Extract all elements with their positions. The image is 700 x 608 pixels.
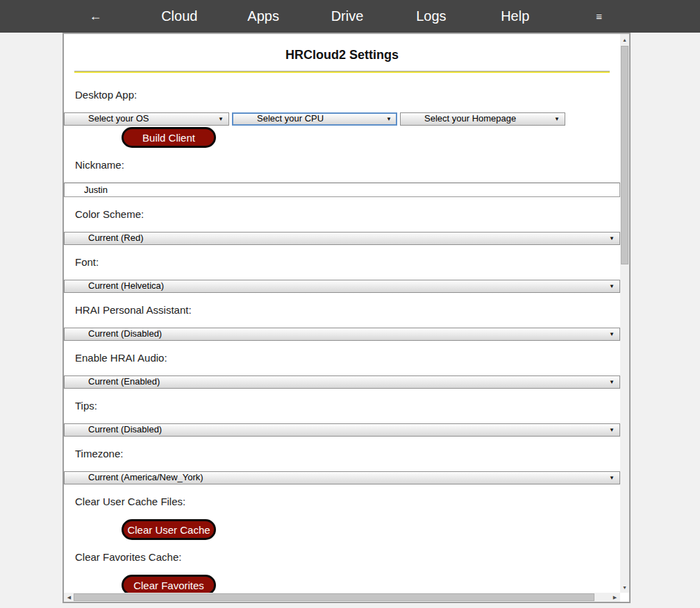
dropdown-arrow-icon: ▼ <box>218 115 224 124</box>
cpu-select[interactable]: Select your CPU ▼ <box>232 112 397 126</box>
os-select-value: Select your OS <box>88 113 149 124</box>
dropdown-arrow-icon: ▼ <box>609 378 615 387</box>
settings-content: HRCloud2 Settings Desktop App: Select yo… <box>64 34 620 593</box>
scrollbar-corner <box>620 593 629 602</box>
nav-item-drive[interactable]: Drive <box>331 8 364 24</box>
cpu-select-value: Select your CPU <box>257 113 324 124</box>
scroll-down-icon[interactable]: ▼ <box>620 582 629 592</box>
settings-panel: HRCloud2 Settings Desktop App: Select yo… <box>62 33 631 603</box>
tips-label: Tips: <box>75 400 620 412</box>
vertical-scrollbar-thumb[interactable] <box>621 46 628 264</box>
nickname-input[interactable] <box>64 183 620 197</box>
desktop-app-select-row: Select your OS ▼ Select your CPU ▼ Selec… <box>64 112 620 126</box>
hrai-audio-label: Enable HRAI Audio: <box>75 353 620 364</box>
scroll-left-icon[interactable]: ◀ <box>65 593 74 602</box>
nav-items: ← Cloud Apps Drive Logs Help ≡ <box>53 0 641 33</box>
hrai-label: HRAI Personal Assistant: <box>75 305 620 316</box>
homepage-select-value: Select your Homepage <box>424 113 516 124</box>
tips-select[interactable]: Current (Disabled) ▼ <box>64 423 620 437</box>
clear-favorites-button[interactable]: Clear Favorites <box>122 575 216 593</box>
timezone-label: Timezone: <box>75 448 620 459</box>
nav-item-help[interactable]: Help <box>501 8 529 24</box>
timezone-select[interactable]: Current (America/New_York) ▼ <box>64 471 620 484</box>
dropdown-arrow-icon: ▼ <box>554 115 560 124</box>
nav-item-logs[interactable]: Logs <box>416 8 446 24</box>
color-scheme-select[interactable]: Current (Red) ▼ <box>64 232 620 245</box>
clear-user-cache-label: Clear User Cache Files: <box>75 496 620 507</box>
dropdown-arrow-icon: ▼ <box>609 282 615 291</box>
page-title: HRCloud2 Settings <box>64 48 620 62</box>
hamburger-menu-icon[interactable]: ≡ <box>596 10 602 22</box>
dropdown-arrow-icon: ▼ <box>609 474 615 482</box>
hrai-select-value: Current (Disabled) <box>88 328 162 339</box>
tips-select-value: Current (Disabled) <box>88 424 162 434</box>
horizontal-scrollbar[interactable]: ◀ ▶ <box>64 593 620 602</box>
dropdown-arrow-icon: ▼ <box>386 115 392 124</box>
back-arrow-button[interactable]: ← <box>89 9 101 24</box>
color-scheme-label: Color Scheme: <box>75 209 620 220</box>
clear-user-cache-button[interactable]: Clear User Cache <box>122 519 216 540</box>
hrai-audio-select[interactable]: Current (Enabled) ▼ <box>64 375 620 389</box>
nav-item-cloud[interactable]: Cloud <box>161 8 197 24</box>
timezone-select-value: Current (America/New_York) <box>88 472 203 482</box>
font-select[interactable]: Current (Helvetica) ▼ <box>64 280 620 293</box>
font-select-value: Current (Helvetica) <box>88 280 164 291</box>
nav-item-apps[interactable]: Apps <box>247 8 279 24</box>
hrai-audio-select-value: Current (Enabled) <box>88 376 160 387</box>
dropdown-arrow-icon: ▼ <box>609 330 615 339</box>
homepage-select[interactable]: Select your Homepage ▼ <box>400 112 565 126</box>
vertical-scrollbar[interactable]: ▲ ▼ <box>620 34 629 593</box>
clear-favorites-label: Clear Favorites Cache: <box>75 552 620 563</box>
font-label: Font: <box>75 257 620 268</box>
desktop-app-label: Desktop App: <box>75 90 620 101</box>
scroll-right-icon[interactable]: ▶ <box>610 593 619 602</box>
divider <box>74 71 610 73</box>
build-client-button[interactable]: Build Client <box>122 127 216 148</box>
os-select[interactable]: Select your OS ▼ <box>64 112 229 126</box>
nickname-label: Nickname: <box>75 160 620 171</box>
color-scheme-select-value: Current (Red) <box>88 233 143 243</box>
dropdown-arrow-icon: ▼ <box>609 426 615 434</box>
horizontal-scrollbar-thumb[interactable] <box>74 593 594 601</box>
dropdown-arrow-icon: ▼ <box>609 235 615 243</box>
hrai-select[interactable]: Current (Disabled) ▼ <box>64 328 620 341</box>
scroll-up-icon[interactable]: ▲ <box>620 35 629 44</box>
top-navbar: ← Cloud Apps Drive Logs Help ≡ <box>0 0 700 33</box>
